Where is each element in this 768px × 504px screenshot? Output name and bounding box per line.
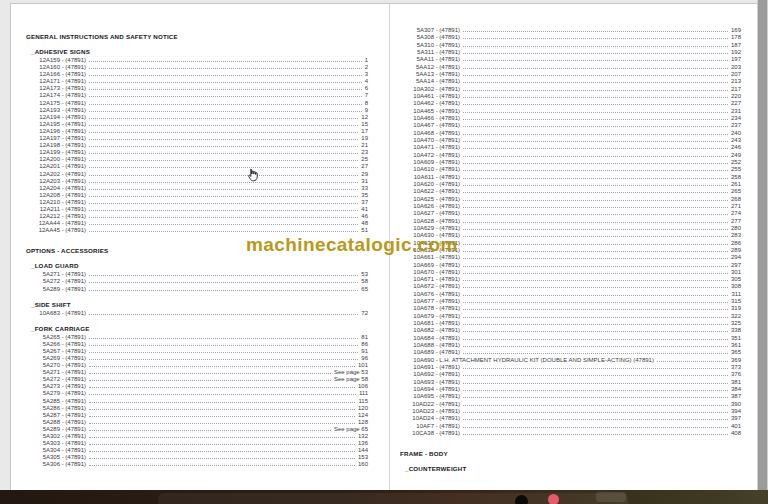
dock-item[interactable]: [596, 492, 626, 502]
toc-entry[interactable]: 5A311 - (47891)192: [400, 49, 741, 56]
toc-entry[interactable]: 5AA13 - (47891)207: [400, 71, 741, 78]
toc-entry[interactable]: 10AD24 - (47891)397: [400, 415, 741, 422]
toc-entry[interactable]: 5A285 - (47891)115: [26, 398, 368, 405]
toc-entry[interactable]: 10A684 - (47891)351: [400, 335, 741, 342]
toc-entry[interactable]: 5A306 - (47891)160: [26, 461, 368, 468]
toc-entry[interactable]: 12A212 - (47891)46: [26, 213, 368, 220]
toc-entry[interactable]: 10A622 - (47891)265: [400, 188, 741, 195]
toc-entry[interactable]: 10A470 - (47891)243: [400, 137, 741, 144]
toc-entry[interactable]: 5A269 - (47891)96: [26, 355, 368, 362]
toc-entry[interactable]: 10A611 - (47891)258: [400, 174, 741, 181]
toc-entry[interactable]: 10A672 - (47891)308: [400, 283, 741, 290]
toc-entry[interactable]: 10A671 - (47891)305: [400, 276, 741, 283]
toc-entry[interactable]: 10A620 - (47891)261: [400, 181, 741, 188]
toc-entry[interactable]: 12A211 - (47891)41: [26, 206, 368, 213]
toc-entry[interactable]: 10A471 - (47891)246: [400, 144, 741, 151]
toc-entry[interactable]: 5AA12 - (47891)203: [400, 64, 741, 71]
toc-entry[interactable]: 10A676 - (47891)311: [400, 291, 741, 298]
toc-entry[interactable]: 5A271 - (47891)53: [26, 271, 368, 278]
toc-entry[interactable]: 10A462 - (47891)227: [400, 100, 741, 107]
toc-entry[interactable]: 10A626 - (47891)271: [400, 203, 741, 210]
toc-entry[interactable]: 10A693 - (47891)381: [400, 379, 741, 386]
toc-entry[interactable]: 5A307 - (47891)169: [400, 27, 741, 34]
toc-entry[interactable]: 10A609 - (47891)252: [400, 159, 741, 166]
toc-entry[interactable]: 10A681 - (47891)325: [400, 320, 741, 327]
toc-entry[interactable]: 10A628 - (47891)277: [400, 218, 741, 225]
toc-entry[interactable]: 10A682 - (47891)338: [400, 327, 741, 334]
vertical-scrollbar[interactable]: [757, 0, 768, 490]
toc-entry[interactable]: 10A683 - (47891)72: [26, 310, 368, 317]
toc-entry[interactable]: 5A266 - (47891)86: [26, 341, 368, 348]
dock-app-icon-red[interactable]: [548, 494, 559, 504]
toc-entry[interactable]: 5A272 - (47891)See page 58: [26, 376, 368, 383]
toc-entry[interactable]: 10A472 - (47891)249: [400, 152, 741, 159]
toc-entry[interactable]: 10A669 - (47891)297: [400, 262, 741, 269]
toc-entry[interactable]: 10A625 - (47891)268: [400, 196, 741, 203]
toc-entry[interactable]: 10A461 - (47891)220: [400, 93, 741, 100]
toc-entry[interactable]: 5A303 - (47891)136: [26, 440, 368, 447]
toc-entry[interactable]: 12A159 - (47891)1: [26, 57, 368, 64]
toc-entry[interactable]: 10AD22 - (47891)390: [400, 401, 741, 408]
toc-entry[interactable]: 12A195 - (47891)15: [26, 121, 368, 128]
toc-entry[interactable]: 10A670 - (47891)301: [400, 269, 741, 276]
toc-entry[interactable]: 5A304 - (47891)144: [26, 447, 368, 454]
toc-entry[interactable]: 5A270 - (47891)101: [26, 362, 368, 369]
toc-entry[interactable]: 10A627 - (47891)274: [400, 210, 741, 217]
toc-entry[interactable]: 10A610 - (47891)255: [400, 166, 741, 173]
toc-entry[interactable]: 12A166 - (47891)3: [26, 71, 368, 78]
toc-entry[interactable]: 12A171 - (47891)4: [26, 78, 368, 85]
toc-entry[interactable]: 10A678 - (47891)319: [400, 305, 741, 312]
toc-entry[interactable]: 12A174 - (47891)7: [26, 92, 368, 99]
toc-entry[interactable]: 5A272 - (47891)58: [26, 278, 368, 285]
toc-entry[interactable]: 12A202 - (47891)29: [26, 171, 368, 178]
toc-entry[interactable]: 5A265 - (47891)81: [26, 334, 368, 341]
toc-entry[interactable]: 10A629 - (47891)280: [400, 225, 741, 232]
toc-entry[interactable]: 10A467 - (47891)237: [400, 122, 741, 129]
toc-entry[interactable]: 5A310 - (47891)187: [400, 42, 741, 49]
dock-app-icon-dark[interactable]: [515, 495, 528, 504]
toc-entry[interactable]: 5A289 - (47891)See page 65: [26, 426, 368, 433]
toc-entry[interactable]: 10A689 - (47891)365: [400, 349, 741, 356]
toc-entry[interactable]: 12A201 - (47891)27: [26, 163, 368, 170]
toc-entry[interactable]: 5A302 - (47891)132: [26, 433, 368, 440]
toc-entry[interactable]: 10A694 - (47891)384: [400, 386, 741, 393]
toc-entry[interactable]: 5A286 - (47891)120: [26, 405, 368, 412]
toc-entry[interactable]: 12A193 - (47891)9: [26, 107, 368, 114]
toc-entry[interactable]: 10A302 - (47891)217: [400, 86, 741, 93]
toc-entry[interactable]: 10A466 - (47891)234: [400, 115, 741, 122]
toc-entry[interactable]: 5A308 - (47891)178: [400, 34, 741, 41]
toc-entry[interactable]: 5A273 - (47891)106: [26, 383, 368, 390]
toc-entry[interactable]: 5A305 - (47891)153: [26, 454, 368, 461]
toc-entry[interactable]: 12A208 - (47891)35: [26, 192, 368, 199]
toc-entry[interactable]: 12A198 - (47891)21: [26, 142, 368, 149]
toc-entry[interactable]: 5A289 - (47891)65: [26, 286, 368, 293]
toc-entry[interactable]: 12A200 - (47891)25: [26, 156, 368, 163]
toc-entry[interactable]: 10A465 - (47891)231: [400, 108, 741, 115]
toc-entry[interactable]: 12A203 - (47891)31: [26, 178, 368, 185]
toc-entry[interactable]: 5A288 - (47891)128: [26, 419, 368, 426]
toc-entry[interactable]: 12A194 - (47891)12: [26, 114, 368, 121]
toc-entry[interactable]: 12A173 - (47891)6: [26, 85, 368, 92]
toc-entry[interactable]: 10AD23 - (47891)394: [400, 408, 741, 415]
toc-entry[interactable]: 5AA11 - (47891)197: [400, 56, 741, 63]
toc-entry[interactable]: 5A267 - (47891)91: [26, 348, 368, 355]
toc-entry[interactable]: 10A468 - (47891)240: [400, 130, 741, 137]
toc-entry[interactable]: 5A287 - (47891)124: [26, 412, 368, 419]
toc-entry[interactable]: 5A279 - (47891)111: [26, 390, 368, 397]
toc-entry[interactable]: 10A688 - (47891)361: [400, 342, 741, 349]
toc-entry[interactable]: 5AA14 - (47891)213: [400, 78, 741, 85]
toc-entry[interactable]: 12A210 - (47891)37: [26, 199, 368, 206]
scrollbar-thumb[interactable]: [758, 0, 767, 490]
toc-entry[interactable]: 5A271 - (47891)See page 53: [26, 369, 368, 376]
toc-entry[interactable]: 10A691 - (47891)373: [400, 364, 741, 371]
toc-entry[interactable]: 10AF7 - (47891)401: [400, 423, 741, 430]
toc-entry[interactable]: 12A160 - (47891)2: [26, 64, 368, 71]
toc-entry[interactable]: 10A677 - (47891)315: [400, 298, 741, 305]
toc-entry[interactable]: 10CA38 - (47891)408: [400, 430, 741, 437]
toc-entry[interactable]: 12AA44 - (47891)48: [26, 220, 368, 227]
toc-entry[interactable]: 12A204 - (47891)33: [26, 185, 368, 192]
toc-entry[interactable]: 10A679 - (47891)322: [400, 313, 741, 320]
toc-entry[interactable]: 10A692 - (47891)376: [400, 371, 741, 378]
toc-entry[interactable]: 12A199 - (47891)23: [26, 149, 368, 156]
toc-entry[interactable]: 12A175 - (47891)8: [26, 100, 368, 107]
